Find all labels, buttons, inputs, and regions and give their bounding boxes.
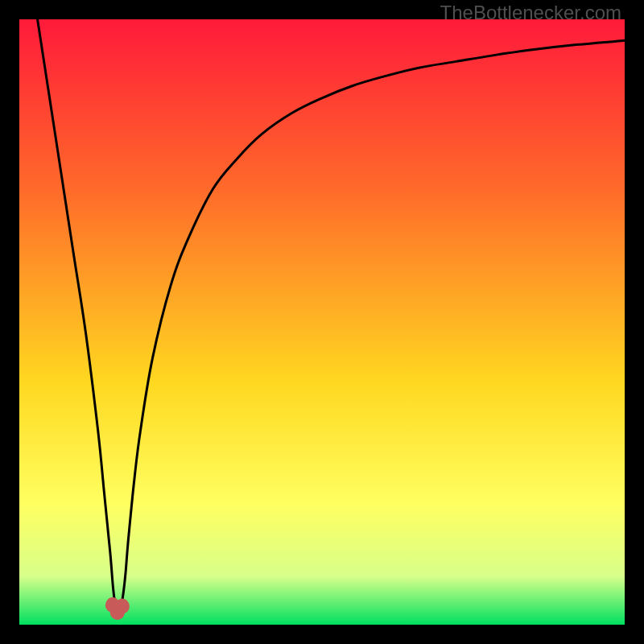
bottleneck-plot	[19, 19, 625, 625]
gradient-background	[19, 19, 625, 625]
min-marker-right	[115, 599, 130, 613]
chart-frame	[19, 19, 625, 625]
watermark-text: TheBottlenecker.com	[440, 2, 621, 24]
